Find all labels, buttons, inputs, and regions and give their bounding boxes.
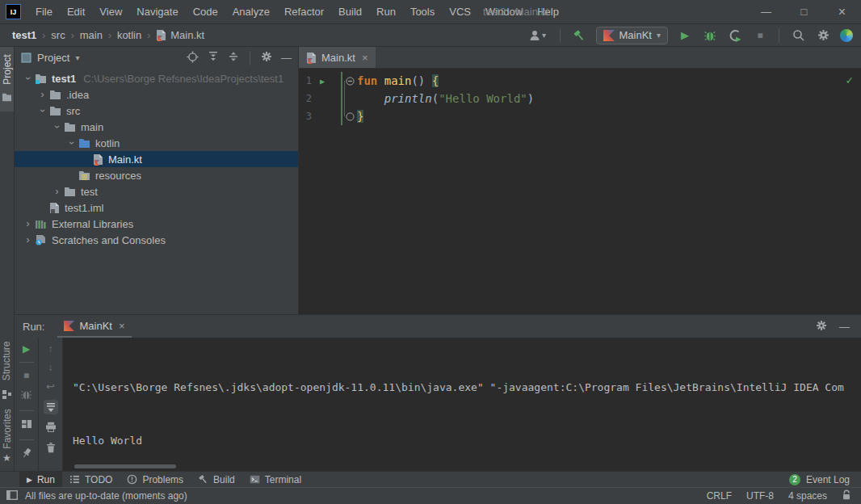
close-tab-icon[interactable]: × <box>119 320 125 332</box>
tree-row-scratches[interactable]: › Scratches and Consoles <box>15 232 298 248</box>
run-gutter-icon[interactable]: ▶ <box>312 77 333 86</box>
pin-tab-icon[interactable] <box>21 447 32 461</box>
menu-edit[interactable]: Edit <box>60 0 92 24</box>
toolwindow-todo-button[interactable]: TODO <box>62 472 120 488</box>
upper-split: Project ▾ <box>15 47 861 314</box>
tree-row-resources[interactable]: › resources <box>15 167 298 183</box>
tree-row-idea[interactable]: › .idea <box>15 86 298 103</box>
down-stack-trace-icon[interactable]: ↓ <box>48 362 53 373</box>
up-stack-trace-icon[interactable]: ↑ <box>48 343 53 355</box>
tree-row-test1[interactable]: › test1 C:\Users\Borge Refsnes\IdeaProje… <box>15 70 298 86</box>
breadcrumb-file[interactable]: Main.kt <box>153 29 207 41</box>
line-number: 3 <box>302 111 312 122</box>
tree-row-main[interactable]: › main <box>15 119 298 135</box>
run-settings-gear-icon[interactable] <box>816 320 827 334</box>
horizontal-scrollbar-thumb[interactable] <box>74 464 176 468</box>
breadcrumb-kotlin[interactable]: kotlin <box>115 29 144 41</box>
code-editor[interactable]: 1 ▶ fun main() { 2 println("Hello World <box>299 69 861 314</box>
collapse-chevron-icon[interactable]: › <box>36 89 49 100</box>
minimize-button[interactable]: — <box>747 0 785 24</box>
lock-icon[interactable] <box>842 489 851 503</box>
search-everywhere-icon[interactable] <box>790 27 806 44</box>
project-view-select[interactable]: Project ▾ <box>21 52 80 64</box>
toolwindow-terminal-button[interactable]: Terminal <box>242 472 309 488</box>
tree-row-mainkt[interactable]: › Main.kt <box>15 151 298 167</box>
toolwindow-build-button[interactable]: Build <box>191 472 242 488</box>
toolwindow-run-button[interactable]: ▶ Run <box>19 472 62 488</box>
tree-row-test[interactable]: › test <box>15 183 298 200</box>
expand-chevron-icon[interactable]: › <box>23 72 34 86</box>
stop-button[interactable]: ■ <box>752 27 768 44</box>
build-project-icon[interactable] <box>571 27 587 44</box>
menu-view[interactable]: View <box>92 0 129 24</box>
hide-panel-icon[interactable]: — <box>281 52 292 64</box>
settings-gear-icon[interactable] <box>815 27 831 44</box>
menu-run[interactable]: Run <box>369 0 403 24</box>
code-text: println("Hello World") <box>357 92 534 105</box>
clear-all-trash-icon[interactable] <box>46 442 56 456</box>
terminal-icon <box>250 475 260 484</box>
expand-chevron-icon[interactable]: › <box>66 136 78 150</box>
main-area: Project Structure Favorites ★ Project <box>0 47 861 471</box>
breadcrumb-main[interactable]: main <box>78 29 105 41</box>
event-log-button[interactable]: 2 Event Log <box>789 474 861 485</box>
soft-wrap-icon[interactable]: ↩ <box>46 380 55 393</box>
run-console-output[interactable]: "C:\Users\Borge Refsnes\.jdks\adopt-open… <box>63 338 861 471</box>
toolwindow-switcher-icon[interactable] <box>6 490 18 502</box>
code-with-me-icon[interactable] <box>840 29 853 42</box>
locate-file-icon[interactable] <box>187 51 199 65</box>
tree-row-src[interactable]: › src <box>15 103 298 119</box>
menu-code[interactable]: Code <box>186 0 225 24</box>
line-ending-widget[interactable]: CRLF <box>707 490 732 502</box>
run-configuration-select[interactable]: MainKt ▾ <box>596 27 669 44</box>
stripe-button-structure[interactable]: Structure <box>0 338 14 384</box>
vcs-user-icon[interactable]: ▾ <box>527 27 549 44</box>
menu-vcs[interactable]: VCS <box>442 0 478 24</box>
stripe-button-project[interactable]: Project <box>0 50 14 89</box>
tree-row-kotlin[interactable]: › kotlin <box>15 135 298 151</box>
encoding-widget[interactable]: UTF-8 <box>746 490 774 502</box>
project-settings-gear-icon[interactable] <box>261 51 272 65</box>
rerun-button[interactable]: ▶ <box>23 343 30 355</box>
maximize-button[interactable]: □ <box>785 0 823 24</box>
code-line-1: 1 ▶ fun main() { <box>299 72 861 90</box>
expand-chevron-icon[interactable]: › <box>37 104 48 118</box>
rerun-debug-icon[interactable] <box>20 388 32 403</box>
debug-button[interactable] <box>702 27 718 44</box>
menu-refactor[interactable]: Refactor <box>277 0 331 24</box>
print-icon[interactable] <box>45 422 57 435</box>
scroll-to-end-icon[interactable] <box>44 400 58 414</box>
collapse-chevron-icon[interactable]: › <box>21 218 35 229</box>
divider <box>19 410 34 411</box>
expand-chevron-icon[interactable]: › <box>52 120 63 134</box>
tree-row-external-libraries[interactable]: › External Libraries <box>15 216 298 232</box>
code-text: } <box>357 110 363 123</box>
indent-widget[interactable]: 4 spaces <box>788 490 827 502</box>
menu-navigate[interactable]: Navigate <box>129 0 185 24</box>
run-button[interactable]: ▶ <box>677 27 693 44</box>
editor-tab-mainkt[interactable]: Main.kt × <box>299 47 376 68</box>
breadcrumb-project[interactable]: test1 <box>10 29 39 41</box>
menu-tools[interactable]: Tools <box>403 0 442 24</box>
hide-panel-icon[interactable]: — <box>839 321 850 333</box>
collapse-all-icon[interactable] <box>228 51 239 65</box>
resources-folder-icon <box>78 170 90 181</box>
run-with-coverage-button[interactable] <box>727 27 743 44</box>
run-tab-mainkt[interactable]: MainKt × <box>57 315 131 338</box>
run-tab-label: MainKt <box>79 320 111 332</box>
collapse-chevron-icon[interactable]: › <box>50 186 64 197</box>
stop-process-button[interactable]: ■ <box>23 370 29 381</box>
menu-build[interactable]: Build <box>331 0 369 24</box>
expand-all-icon[interactable] <box>208 51 219 65</box>
toolwindow-problems-button[interactable]: Problems <box>120 472 191 488</box>
menu-file[interactable]: File <box>28 0 60 24</box>
tree-row-iml[interactable]: › test1.iml <box>15 200 298 216</box>
close-tab-icon[interactable]: × <box>362 52 368 64</box>
collapse-chevron-icon[interactable]: › <box>21 234 35 246</box>
close-window-button[interactable]: × <box>823 0 861 24</box>
breadcrumb-src[interactable]: src <box>48 29 67 41</box>
stripe-button-favorites[interactable]: Favorites <box>0 407 14 451</box>
inspections-ok-check-icon[interactable]: ✓ <box>846 74 853 86</box>
menu-analyze[interactable]: Analyze <box>225 0 277 24</box>
restore-layout-icon[interactable] <box>21 418 32 432</box>
